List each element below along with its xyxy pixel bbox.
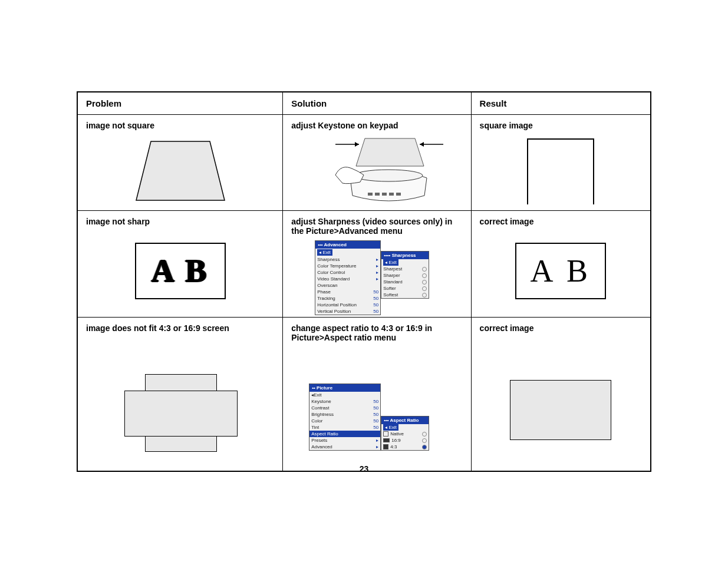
troubleshooting-table: Problem Solution Result image not square… xyxy=(77,91,651,472)
square-icon xyxy=(527,138,594,204)
row1-result-title: square image xyxy=(480,121,642,130)
header-solution: Solution xyxy=(283,92,471,115)
svg-marker-3 xyxy=(355,142,359,147)
svg-marker-1 xyxy=(356,138,424,166)
aspect-ratio-submenu: ••• Aspect Ratio ◂ Exit Native 16:9 4:3 xyxy=(381,416,429,451)
row2-solution-title: adjust Sharpness (video sources only) in… xyxy=(291,217,462,236)
row1-solution-title: adjust Keystone on keypad xyxy=(291,121,462,130)
header-problem: Problem xyxy=(77,92,283,115)
trapezoid-icon xyxy=(133,138,228,203)
blurry-text-illustration: A B xyxy=(135,243,226,299)
svg-marker-5 xyxy=(420,142,424,147)
picture-menu: •• Picture ◂ Exit Keystone50 Contrast50 … xyxy=(309,384,381,451)
svg-rect-10 xyxy=(389,193,394,196)
correct-aspect-illustration xyxy=(510,380,611,440)
projector-keypad-illustration xyxy=(303,134,450,204)
svg-point-6 xyxy=(354,170,423,181)
sharpness-submenu: •••• Sharpness ◂ Exit Sharpest Sharper S… xyxy=(381,251,429,299)
row2-problem-title: image not sharp xyxy=(86,217,274,226)
svg-rect-7 xyxy=(368,193,373,196)
svg-rect-9 xyxy=(382,193,387,196)
svg-marker-0 xyxy=(136,141,225,200)
aspect-mismatch-illustration xyxy=(124,374,236,457)
header-result: Result xyxy=(471,92,651,115)
sharp-text-illustration: A B xyxy=(515,243,606,299)
svg-rect-11 xyxy=(396,193,401,196)
row3-result-title: correct image xyxy=(480,323,642,333)
svg-rect-8 xyxy=(375,193,380,196)
row3-problem-title: image does not fit 4:3 or 16:9 screen xyxy=(86,323,274,333)
row3-solution-title: change aspect ratio to 4:3 or 16:9 in Pi… xyxy=(291,323,462,342)
row2-result-title: correct image xyxy=(480,217,642,226)
advanced-menu: ••• Advanced ◂ Exit Sharpness▸ Color Tem… xyxy=(315,240,381,315)
page-number: 23 xyxy=(0,464,728,474)
row1-problem-title: image not square xyxy=(86,121,274,130)
